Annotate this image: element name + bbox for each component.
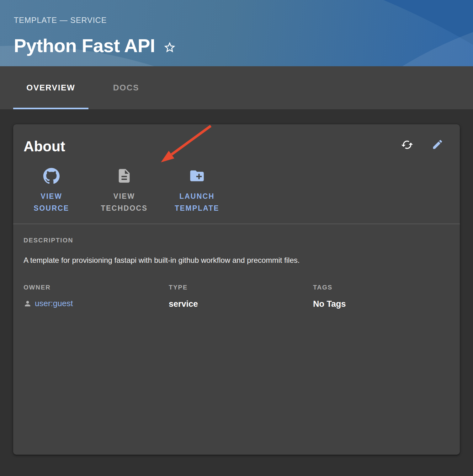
tab-bar: OVERVIEW DOCS [0, 66, 473, 109]
view-source-button[interactable]: VIEW SOURCE [24, 168, 79, 214]
refresh-icon[interactable] [401, 138, 413, 151]
view-source-label: VIEW SOURCE [24, 190, 79, 214]
type-value: service [169, 299, 313, 309]
tab-overview-label: OVERVIEW [26, 83, 75, 93]
owner-label: OWNER [24, 284, 169, 291]
active-tab-indicator [13, 108, 88, 109]
owner-field: OWNER user:guest [24, 284, 169, 309]
tags-value: No Tags [313, 299, 449, 309]
type-label: TYPE [169, 284, 313, 291]
launch-template-label: LAUNCH TEMPLATE [169, 190, 225, 214]
owner-value: user:guest [35, 299, 73, 308]
tab-overview[interactable]: OVERVIEW [13, 66, 88, 109]
entity-header: TEMPLATE — SERVICE Python Fast API [0, 0, 473, 66]
edit-icon[interactable] [432, 138, 444, 151]
description-label: DESCRIPTION [24, 236, 449, 244]
view-techdocs-button[interactable]: VIEW TECHDOCS [96, 168, 152, 214]
tags-field: TAGS No Tags [313, 284, 449, 309]
tab-docs-label: DOCS [113, 83, 139, 93]
create-new-folder-icon [189, 168, 205, 185]
owner-link[interactable]: user:guest [24, 299, 169, 308]
launch-template-button[interactable]: LAUNCH TEMPLATE [169, 168, 225, 214]
github-icon [43, 168, 60, 185]
about-card-title: About [24, 139, 65, 154]
tab-docs[interactable]: DOCS [88, 66, 164, 109]
description-text: A template for provisioning fastapi with… [24, 255, 449, 265]
techdocs-icon [116, 168, 132, 185]
header-wave-shape [247, 0, 473, 66]
tags-label: TAGS [313, 284, 449, 291]
favorite-star-icon[interactable] [163, 41, 176, 54]
person-icon [24, 300, 32, 308]
type-field: TYPE service [169, 284, 313, 309]
page-title: Python Fast API [14, 36, 155, 56]
view-techdocs-label: VIEW TECHDOCS [96, 190, 152, 214]
breadcrumb: TEMPLATE — SERVICE [14, 16, 107, 25]
about-card: About VIEW SOURCE VIE [13, 124, 460, 455]
